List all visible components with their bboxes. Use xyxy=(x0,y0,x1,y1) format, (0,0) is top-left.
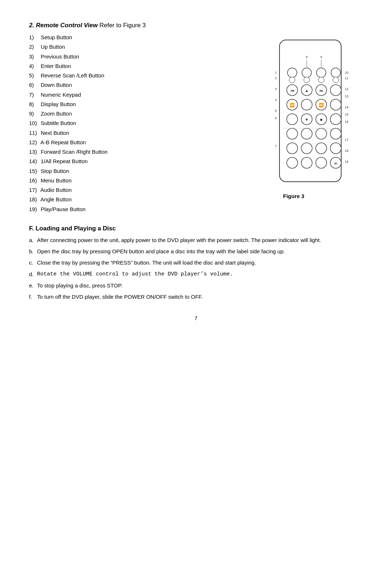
remote-list-item: 9) Zoom Button xyxy=(29,109,261,118)
svg-point-24 xyxy=(289,77,295,83)
svg-text:3: 3 xyxy=(275,87,277,91)
svg-text:16: 16 xyxy=(345,120,348,124)
svg-text:5: 5 xyxy=(275,109,277,113)
list-item-text: Close the tray by pressing the “PRESS” b… xyxy=(37,258,363,267)
svg-text:⏩: ⏩ xyxy=(319,102,324,108)
figure-label: Figure 3 xyxy=(269,193,363,199)
svg-point-52 xyxy=(301,143,312,154)
svg-point-20 xyxy=(287,68,297,77)
remote-list-item: 11) Next Button xyxy=(29,128,261,138)
svg-point-26 xyxy=(318,77,324,83)
loading-list-item: d.Rotate the VOLUME control to adjust th… xyxy=(29,270,363,278)
svg-point-49 xyxy=(316,128,327,139)
svg-text:14: 14 xyxy=(345,105,348,109)
remote-list-item: 8) Display Button xyxy=(29,100,261,109)
remote-list-item: 18) Angle Button xyxy=(29,195,261,204)
svg-text:17: 17 xyxy=(345,138,348,142)
svg-text:18: 18 xyxy=(345,149,348,153)
list-item-text: After connecting power to the unit, appl… xyxy=(37,236,363,244)
remote-list-item: 15) Stop Button xyxy=(29,166,261,176)
svg-point-23 xyxy=(331,68,340,77)
svg-text:▲: ▲ xyxy=(305,88,309,93)
svg-point-47 xyxy=(287,128,298,139)
svg-point-50 xyxy=(330,128,341,139)
svg-point-46 xyxy=(330,114,341,125)
svg-text:10: 10 xyxy=(345,71,348,74)
remote-list-item: 13) Forward Scan /Right Button xyxy=(29,147,261,157)
loading-list: a.After connecting power to the unit, ap… xyxy=(29,236,363,301)
remote-list-item: 1) Setup Button xyxy=(29,33,261,42)
remote-svg: 1 2 3 4 5 6 7 8 9 10 11 12 13 14 15 16 1… xyxy=(269,36,356,189)
remote-list-item: 19) Play/Pause Button xyxy=(29,205,261,214)
remote-list-item: 6) Down Button xyxy=(29,80,261,90)
remote-list-item: 4) Enter Button xyxy=(29,61,261,71)
remote-control-list: 1) Setup Button2) Up Button3) Previous B… xyxy=(29,33,261,214)
loading-list-item: a.After connecting power to the unit, ap… xyxy=(29,236,363,244)
remote-list-item: 17) Audio Button xyxy=(29,185,261,195)
svg-text:■: ■ xyxy=(320,117,323,122)
remote-list-item: 14) 1/All Repeat Button xyxy=(29,157,261,166)
remote-list-item: 10) Subtitle Button xyxy=(29,118,261,128)
list-item-text: Open the disc tray by pressing OPEN butt… xyxy=(37,247,363,255)
svg-text:13: 13 xyxy=(345,94,348,98)
list-item-letter: c. xyxy=(29,258,37,267)
list-item-letter: f. xyxy=(29,293,37,301)
svg-point-57 xyxy=(316,157,327,168)
svg-point-56 xyxy=(301,157,312,168)
loading-title: F. Loading and Playing a Disc xyxy=(29,225,363,232)
svg-text:⏯: ⏯ xyxy=(334,161,338,165)
svg-text:19: 19 xyxy=(345,160,348,164)
svg-point-54 xyxy=(330,143,341,154)
section2-title-bold: 2. Remote Control View xyxy=(29,22,98,29)
svg-point-55 xyxy=(287,157,298,168)
list-item-text: To turn off the DVD player, slide the PO… xyxy=(37,293,363,301)
svg-text:9: 9 xyxy=(320,55,322,59)
svg-text:1: 1 xyxy=(275,71,277,74)
svg-text:4: 4 xyxy=(275,98,277,102)
svg-point-37 xyxy=(301,99,312,110)
svg-point-41 xyxy=(287,114,298,125)
svg-text:2: 2 xyxy=(275,76,277,80)
remote-diagram: 1 2 3 4 5 6 7 8 9 10 11 12 13 14 15 16 1… xyxy=(269,36,363,214)
remote-list-item: 3) Previous Button xyxy=(29,52,261,61)
remote-list-item: 7) Numeric Keypad xyxy=(29,90,261,100)
svg-point-25 xyxy=(304,77,310,83)
section2-title-normal: Refer to Figure 3 xyxy=(98,22,146,29)
svg-text:▼: ▼ xyxy=(305,117,309,122)
svg-text:⏪: ⏪ xyxy=(290,102,295,108)
svg-point-34 xyxy=(330,85,341,96)
list-item-letter: e. xyxy=(29,281,37,290)
loading-list-item: f.To turn off the DVD player, slide the … xyxy=(29,293,363,301)
svg-text:15: 15 xyxy=(345,113,348,116)
loading-list-item: e.To stop playing a disc, press STOP. xyxy=(29,281,363,290)
remote-list-item: 16) Menu Button xyxy=(29,176,261,185)
list-item-text: Rotate the VOLUME control to adjust the … xyxy=(37,270,363,278)
loading-list-item: c.Close the tray by pressing the “PRESS”… xyxy=(29,258,363,267)
svg-point-21 xyxy=(302,68,311,77)
remote-list-item: 12) A-B Repeat Button xyxy=(29,138,261,147)
svg-text:11: 11 xyxy=(345,76,348,80)
remote-list-item: 5) Reverse Scan /Left Button xyxy=(29,71,261,80)
svg-point-27 xyxy=(333,77,339,83)
svg-point-48 xyxy=(301,128,312,139)
page-number: 7 xyxy=(29,315,363,321)
svg-text:⏭: ⏭ xyxy=(319,88,323,93)
section2-title: 2. Remote Control View Refer to Figure 3 xyxy=(29,22,363,29)
loading-list-item: b.Open the disc tray by pressing OPEN bu… xyxy=(29,247,363,255)
svg-text:12: 12 xyxy=(345,87,348,91)
svg-text:6: 6 xyxy=(275,116,277,120)
svg-point-40 xyxy=(330,99,341,110)
svg-text:8: 8 xyxy=(306,55,307,59)
svg-text:7: 7 xyxy=(275,144,277,148)
remote-list-item: 2) Up Button xyxy=(29,42,261,52)
list-item-text: To stop playing a disc, press STOP. xyxy=(37,281,363,290)
svg-text:⏮: ⏮ xyxy=(290,88,294,93)
svg-point-51 xyxy=(287,143,298,154)
list-item-letter: b. xyxy=(29,247,37,255)
svg-point-53 xyxy=(316,143,327,154)
list-item-letter: d. xyxy=(29,270,37,278)
svg-point-22 xyxy=(317,68,326,77)
list-item-letter: a. xyxy=(29,236,37,244)
loading-section: F. Loading and Playing a Disc a.After co… xyxy=(29,225,363,301)
